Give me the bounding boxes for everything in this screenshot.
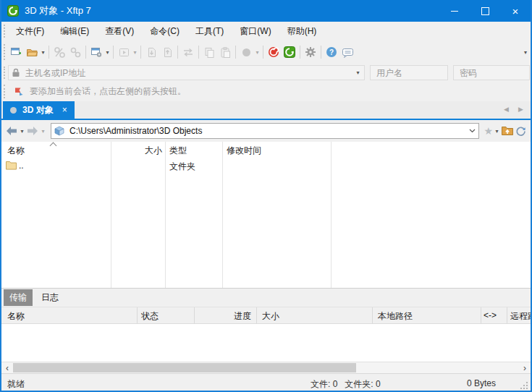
session-status-dot-icon [10,107,17,114]
menu-file[interactable]: 文件(F) [8,22,52,41]
new-session-button[interactable] [8,44,24,60]
column-header-type[interactable]: 类型 [169,145,187,157]
settings-gear-button[interactable] [303,44,318,60]
transfer-col-remote-path[interactable]: 远程路径 [510,310,531,323]
transfer-col-size[interactable]: 大小 [262,310,279,323]
forward-button[interactable] [26,122,39,140]
back-button[interactable] [5,122,18,140]
lock-icon [12,68,20,77]
execute-button[interactable] [116,44,132,60]
maximize-button[interactable] [470,0,500,22]
path-input[interactable] [68,125,463,137]
scroll-left-icon[interactable]: ‹ [1,362,13,373]
password-input[interactable] [458,67,525,79]
column-header-name[interactable]: 名称 [7,145,25,157]
feedback-bubble-button[interactable] [339,44,355,60]
status-bar: 就绪 文件: 0 文件夹: 0 0 Bytes [1,373,531,392]
column-divider[interactable] [194,307,195,323]
column-divider[interactable] [137,307,138,323]
download-button[interactable] [143,44,159,60]
info-bar: 要添加当前会话，点击左侧的箭头按钮。 [1,82,531,101]
transfer-arrows-button[interactable] [180,44,196,60]
favorites-star-icon[interactable]: ★ [484,122,493,140]
xshell-button[interactable] [266,44,282,60]
help-button[interactable]: ? [324,44,339,60]
column-header-modified[interactable]: 修改时间 [227,145,261,157]
menu-help[interactable]: 帮助(H) [279,22,325,41]
upload-button[interactable] [159,44,175,60]
minimize-icon [451,11,458,12]
quickbar-grip[interactable] [4,67,5,80]
session-tab-label: 3D 对象 [22,104,54,116]
tab-scroll-right-icon[interactable]: ▶ [518,106,523,113]
menu-tools[interactable]: 工具(T) [187,22,232,41]
info-message: 要添加当前会话，点击左侧的箭头按钮。 [30,85,186,98]
horizontal-scrollbar[interactable]: ‹ › [1,362,531,373]
column-divider[interactable] [507,307,507,323]
session-properties-caret-icon[interactable]: ▾ [104,49,111,56]
status-indicator-caret-icon[interactable]: ▾ [254,49,261,56]
copy-button[interactable] [201,44,217,60]
forward-history-caret-icon[interactable]: ▾ [40,128,46,135]
transfer-col-local-path[interactable]: 本地路径 [378,310,413,323]
column-divider[interactable] [481,307,481,323]
xftp-button[interactable] [282,44,297,60]
minimize-button[interactable] [439,0,470,22]
tab-transfer[interactable]: 传输 [4,289,33,306]
transfer-col-name[interactable]: 名称 [7,310,25,323]
refresh-button[interactable] [515,122,527,140]
transfer-col-status[interactable]: 状态 [141,310,159,323]
path-dropdown-chevron-icon[interactable] [466,124,478,138]
back-history-caret-icon[interactable]: ▾ [19,128,25,135]
session-properties-button[interactable] [88,44,104,60]
toolbar-separator [300,46,300,59]
column-divider[interactable] [256,307,257,323]
3d-objects-cube-icon [54,126,64,136]
tab-log[interactable]: 日志 [35,289,64,306]
transfer-list-header: 名称 状态 进度 大小 本地路径 <-> 远程路径 [1,307,531,324]
menubar-grip[interactable] [4,25,5,38]
session-tab-3d-objects[interactable]: 3D 对象 × [3,101,75,119]
username-input[interactable] [375,67,443,79]
add-session-flag-icon [14,87,24,97]
status-folder-count: 文件夹: 0 [345,378,380,391]
maximize-icon [481,7,489,15]
status-file-count: 文件: 0 [311,378,337,391]
transfer-col-progress[interactable]: 进度 [197,310,251,323]
transfer-col-direction[interactable]: <-> [484,310,497,320]
menu-command[interactable]: 命令(C) [142,22,187,41]
paste-button[interactable] [217,44,233,60]
toolbar-grip[interactable] [4,44,5,60]
session-tab-close-icon[interactable]: × [62,106,67,114]
open-folder-caret-icon[interactable]: ▾ [40,49,46,56]
host-input[interactable] [24,67,351,79]
disconnect-button[interactable] [51,44,67,60]
menu-window[interactable]: 窗口(W) [232,22,279,41]
scroll-right-icon[interactable]: › [519,362,531,373]
transfer-list-body [1,324,531,362]
close-button[interactable]: × [500,0,531,22]
toolbar-separator [85,46,86,59]
favorites-caret-icon[interactable]: ▾ [494,128,500,135]
bottom-tab-strip: 传输 日志 [1,288,531,307]
xftp-app-icon [7,5,19,17]
status-indicator-button[interactable] [238,44,254,60]
menu-view[interactable]: 查看(V) [97,22,142,41]
column-divider[interactable] [372,307,373,323]
open-folder-button[interactable] [24,44,40,60]
scrollbar-thumb[interactable] [13,363,356,372]
status-bytes: 0 Bytes [467,378,496,388]
infobar-grip[interactable] [4,85,5,98]
tab-scroll-left-icon[interactable]: ◀ [504,106,509,113]
home-folder-button[interactable] [501,122,514,140]
resize-grip[interactable] [526,388,528,389]
host-caret-icon[interactable]: ▾ [355,69,361,76]
toolbar-overflow-icon[interactable]: ▾ [524,49,527,56]
file-row-parent-dir[interactable]: .. 文件夹 [1,158,531,174]
reconnect-button[interactable] [67,44,83,60]
xftp-window: 3D 对象 - Xftp 7 × 文件(F) 编辑(E) 查看(V) 命令(C)… [0,0,532,392]
menu-edit[interactable]: 编辑(E) [52,22,97,41]
column-header-size[interactable]: 大小 [114,145,162,157]
execute-caret-icon[interactable]: ▾ [132,49,138,56]
file-type: 文件夹 [169,161,195,173]
